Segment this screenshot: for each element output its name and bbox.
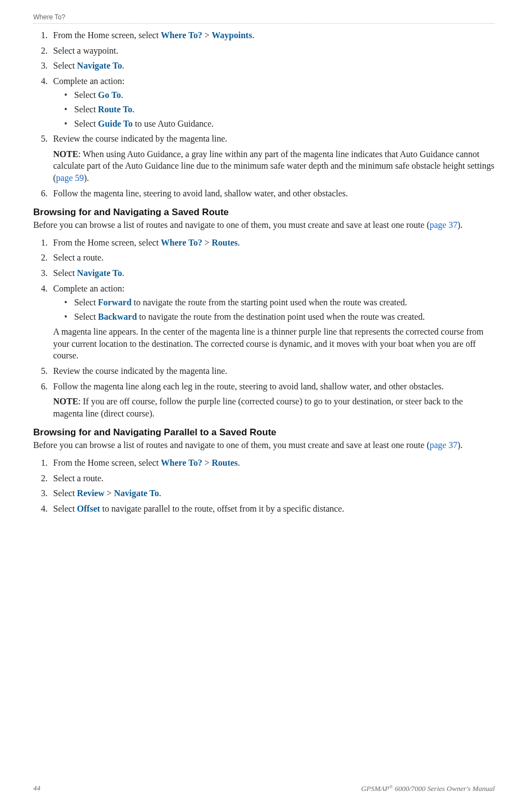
step-1: From the Home screen, select Where To? >… (50, 237, 495, 249)
page: Where To? From the Home screen, select W… (0, 0, 528, 812)
step-2: Select a route. (50, 252, 495, 264)
step-3: Select Navigate To. (50, 60, 495, 72)
link-routes: Routes (211, 458, 237, 467)
text: 6000/7000 Series Owner's Manual (393, 784, 495, 793)
step-3: Select Navigate To. (50, 267, 495, 279)
step-5: Review the course indicated by the magen… (50, 133, 495, 184)
step-4-options: Select Go To. Select Route To. Select Gu… (53, 89, 495, 129)
link-guide-to: Guide To (98, 119, 133, 128)
text: to navigate the route from the destinati… (137, 312, 425, 321)
page-footer: 44 GPSMAP® 6000/7000 Series Owner's Manu… (33, 784, 495, 793)
text: to use Auto Guidance. (133, 119, 214, 128)
heading-browse-parallel-route: Browsing for and Navigating Parallel to … (33, 427, 495, 438)
running-head: Where To? (33, 13, 495, 24)
text: From the Home screen, select (53, 458, 161, 467)
step-4-options: Select Forward to navigate the route fro… (53, 296, 495, 322)
link-navigate-to: Navigate To (77, 61, 122, 70)
steps-browse-saved-route: From the Home screen, select Where To? >… (33, 237, 495, 420)
link-where-to: Where To? (161, 238, 203, 247)
link-navigate-to: Navigate To (77, 268, 122, 278)
link-navigate-to: Navigate To (114, 488, 159, 498)
text: . (238, 458, 240, 467)
link-waypoints: Waypoints (211, 30, 252, 40)
text: Select (74, 119, 98, 128)
link-page-59[interactable]: page 59 (56, 173, 84, 183)
text: Select (53, 268, 77, 278)
step-1: From the Home screen, select Where To? >… (50, 457, 495, 469)
text: Before you can browse a list of routes a… (33, 220, 429, 230)
text: : When using Auto Guidance, a gray line … (53, 149, 494, 183)
link-review: Review (77, 488, 105, 498)
separator: > (202, 238, 211, 247)
option-backward: Select Backward to navigate the route fr… (64, 311, 495, 323)
steps-waypoint-nav: From the Home screen, select Where To? >… (33, 29, 495, 199)
text: Select (74, 312, 98, 321)
step-2: Select a waypoint. (50, 45, 495, 57)
step-6-note: NOTE: If you are off course, follow the … (53, 395, 495, 419)
link-where-to: Where To? (161, 458, 203, 467)
text: Follow the magenta line along each leg i… (53, 382, 444, 391)
text: . (252, 30, 254, 40)
step-4: Select Offset to navigate parallel to th… (50, 503, 495, 515)
option-go-to: Select Go To. (64, 89, 495, 101)
step-4-paragraph: A magenta line appears. In the center of… (53, 326, 495, 362)
text: Select (53, 504, 77, 513)
text: Select (74, 105, 98, 114)
option-forward: Select Forward to navigate the route fro… (64, 296, 495, 309)
text: Complete an action: (53, 76, 125, 86)
text: . (122, 268, 124, 278)
text: GPSMAP (361, 784, 390, 793)
text: Select (74, 298, 98, 307)
link-routes: Routes (211, 238, 237, 247)
heading-browse-saved-route: Browsing for and Navigating a Saved Rout… (33, 207, 495, 218)
text: . (121, 90, 123, 100)
step-5-note: NOTE: When using Auto Guidance, a gray l… (53, 148, 495, 184)
text: . (132, 105, 134, 114)
step-2: Select a route. (50, 472, 495, 485)
option-guide-to: Select Guide To to use Auto Guidance. (64, 118, 495, 130)
text: From the Home screen, select (53, 30, 161, 40)
text: Select (53, 61, 77, 70)
text: to navigate the route from the starting … (132, 298, 407, 307)
registered-mark: ® (389, 784, 393, 789)
text: Review the course indicated by the magen… (53, 134, 227, 143)
separator: > (202, 30, 211, 40)
option-route-to: Select Route To. (64, 103, 495, 116)
step-4: Complete an action: Select Forward to na… (50, 283, 495, 362)
text: ). (84, 173, 89, 183)
text: ). (457, 220, 462, 230)
link-where-to: Where To? (161, 30, 203, 40)
step-4: Complete an action: Select Go To. Select… (50, 75, 495, 129)
step-6: Follow the magenta line, steering to avo… (50, 188, 495, 200)
text: . (238, 238, 240, 247)
text: Select (74, 90, 98, 100)
text: Before you can browse a list of routes a… (33, 440, 429, 450)
link-offset: Offset (77, 504, 100, 513)
page-number: 44 (33, 784, 40, 793)
text: to navigate parallel to the route, offse… (100, 504, 344, 513)
step-1: From the Home screen, select Where To? >… (50, 29, 495, 41)
link-go-to: Go To (98, 90, 121, 100)
note-label: NOTE (53, 149, 78, 159)
step-6: Follow the magenta line along each leg i… (50, 381, 495, 420)
text: . (159, 488, 161, 498)
text: ). (457, 440, 462, 450)
text: Complete an action: (53, 284, 125, 293)
separator: > (202, 458, 211, 467)
link-forward: Forward (98, 298, 131, 307)
separator: > (105, 488, 114, 498)
link-backward: Backward (98, 312, 137, 321)
link-route-to: Route To (98, 105, 132, 114)
text: . (122, 61, 124, 70)
link-page-37[interactable]: page 37 (429, 220, 457, 230)
text: Select (53, 488, 77, 498)
step-3: Select Review > Navigate To. (50, 487, 495, 499)
text: : If you are off course, follow the purp… (53, 397, 463, 418)
manual-title: GPSMAP® 6000/7000 Series Owner's Manual (361, 784, 495, 793)
intro-browse-parallel-route: Before you can browse a list of routes a… (33, 439, 495, 451)
steps-browse-parallel-route: From the Home screen, select Where To? >… (33, 457, 495, 514)
intro-browse-saved-route: Before you can browse a list of routes a… (33, 219, 495, 231)
text: From the Home screen, select (53, 238, 161, 247)
step-5: Review the course indicated by the magen… (50, 365, 495, 377)
link-page-37[interactable]: page 37 (429, 440, 457, 450)
